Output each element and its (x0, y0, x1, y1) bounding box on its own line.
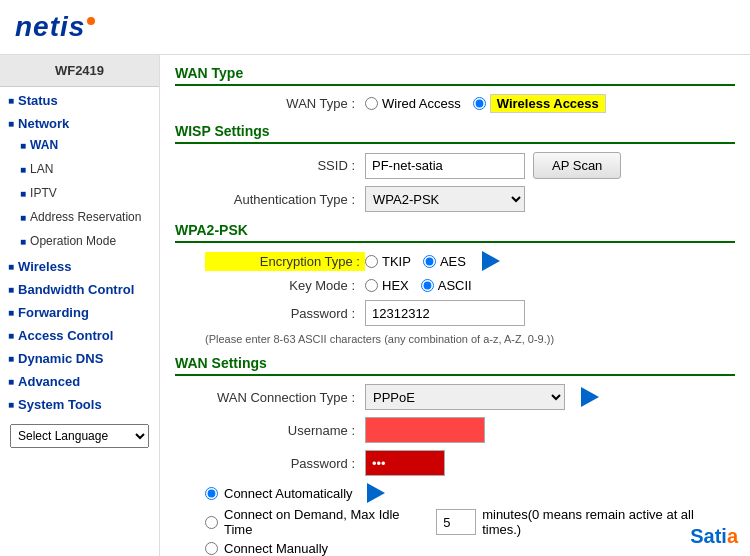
device-label: WF2419 (0, 55, 159, 87)
ascii-label: ASCII (438, 278, 472, 293)
sidebar-item-advanced[interactable]: ■ Advanced (0, 368, 159, 391)
sidebar-item-wan[interactable]: ■ WAN (0, 133, 159, 157)
bullet-icon: ■ (20, 140, 26, 151)
sidebar-label: System Tools (18, 397, 102, 412)
hex-option[interactable]: HEX (365, 278, 409, 293)
main-layout: WF2419 ■ Status ■ Network ■ WAN ■ LAN ■ … (0, 55, 750, 556)
sidebar-item-wireless[interactable]: ■ Wireless (0, 253, 159, 276)
connect-manual-option: Connect Manually (205, 541, 735, 556)
wpa2-pw-row: Password : (175, 300, 735, 326)
conn-type-label: WAN Connection Type : (205, 390, 365, 405)
wired-access-option[interactable]: Wired Access (365, 96, 461, 111)
connect-auto-radio[interactable] (205, 487, 218, 500)
bullet-icon: ■ (8, 399, 14, 410)
watermark-sat: Sati (690, 525, 727, 547)
wireless-access-radio[interactable] (473, 97, 486, 110)
enc-type-radio-group: TKIP AES (365, 254, 466, 269)
sidebar-item-lan[interactable]: ■ LAN (0, 157, 159, 181)
wpa2-pw-value (365, 300, 525, 326)
key-mode-label: Key Mode : (205, 278, 365, 293)
sidebar-label: Bandwidth Control (18, 282, 134, 297)
key-mode-value: HEX ASCII (365, 278, 472, 293)
connect-demand-radio[interactable] (205, 516, 218, 529)
conn-type-row: WAN Connection Type : PPPoE DHCP Static … (175, 384, 735, 410)
auth-type-row: Authentication Type : WPA2-PSK WPA-PSK N… (175, 186, 735, 212)
connect-demand-option: Connect on Demand, Max Idle Time minutes… (205, 507, 735, 537)
wan-pw-label: Password : (205, 456, 365, 471)
tkip-radio[interactable] (365, 255, 378, 268)
idle-time-input[interactable] (436, 509, 476, 535)
sidebar-item-address-reservation[interactable]: ■ Address Reservation (0, 205, 159, 229)
main-content: WAN Type WAN Type : Wired Access Wireles… (160, 55, 750, 556)
wpa2-pw-input[interactable] (365, 300, 525, 326)
logo-dot (87, 17, 95, 25)
aes-option[interactable]: AES (423, 254, 466, 269)
enc-type-label: Encryption Type : (205, 252, 365, 271)
sidebar-item-operation-mode[interactable]: ■ Operation Mode (0, 229, 159, 253)
ssid-label: SSID : (205, 158, 365, 173)
language-select[interactable]: Select Language English Chinese (10, 424, 149, 448)
connect-auto-option: Connect Automatically (205, 483, 735, 503)
logo: netis (15, 11, 95, 43)
wpa2-header: WPA2-PSK (175, 222, 735, 243)
connect-auto-label: Connect Automatically (224, 486, 353, 501)
username-value (365, 417, 485, 443)
ascii-radio[interactable] (421, 279, 434, 292)
sidebar-label: Dynamic DNS (18, 351, 103, 366)
bullet-icon: ■ (8, 330, 14, 341)
sidebar-label: IPTV (30, 186, 57, 200)
auth-type-select[interactable]: WPA2-PSK WPA-PSK None (365, 186, 525, 212)
sidebar-label: Forwarding (18, 305, 89, 320)
wan-pw-value (365, 450, 445, 476)
sidebar-label: Status (18, 93, 58, 108)
wan-type-value: Wired Access Wireless Access (365, 94, 606, 113)
sidebar-label: Advanced (18, 374, 80, 389)
ssid-input[interactable] (365, 153, 525, 179)
tkip-option[interactable]: TKIP (365, 254, 411, 269)
hex-radio[interactable] (365, 279, 378, 292)
wisp-header: WISP Settings (175, 123, 735, 144)
sidebar-label: Network (18, 116, 69, 131)
arrow-auto-icon (367, 483, 385, 503)
hex-label: HEX (382, 278, 409, 293)
sidebar-label: Access Control (18, 328, 113, 343)
ap-scan-button[interactable]: AP Scan (533, 152, 621, 179)
wired-access-radio[interactable] (365, 97, 378, 110)
watermark: Satia (690, 525, 738, 548)
username-input[interactable] (365, 417, 485, 443)
connect-manual-radio[interactable] (205, 542, 218, 555)
bullet-icon: ■ (20, 164, 26, 175)
sidebar-item-status[interactable]: ■ Status (0, 87, 159, 110)
aes-radio[interactable] (423, 255, 436, 268)
bullet-icon: ■ (8, 284, 14, 295)
sidebar-item-system-tools[interactable]: ■ System Tools (0, 391, 159, 414)
aes-label: AES (440, 254, 466, 269)
wan-type-row: WAN Type : Wired Access Wireless Access (175, 94, 735, 113)
wan-pw-input[interactable] (365, 450, 445, 476)
conn-type-select[interactable]: PPPoE DHCP Static IP (365, 384, 565, 410)
sidebar-item-dynamic-dns[interactable]: ■ Dynamic DNS (0, 345, 159, 368)
bullet-icon: ■ (8, 118, 14, 129)
logo-text: netis (15, 11, 85, 43)
sidebar-item-network[interactable]: ■ Network (0, 110, 159, 133)
username-row: Username : (175, 417, 735, 443)
wan-pw-row: Password : (175, 450, 735, 476)
sidebar-item-bandwidth-control[interactable]: ■ Bandwidth Control (0, 276, 159, 299)
sidebar-label: Wireless (18, 259, 71, 274)
auth-type-label: Authentication Type : (205, 192, 365, 207)
wireless-access-option[interactable]: Wireless Access (473, 94, 606, 113)
header: netis (0, 0, 750, 55)
bullet-icon: ■ (8, 376, 14, 387)
wan-settings-header: WAN Settings (175, 355, 735, 376)
ascii-option[interactable]: ASCII (421, 278, 472, 293)
sidebar-item-forwarding[interactable]: ■ Forwarding (0, 299, 159, 322)
wan-type-radio-group: Wired Access Wireless Access (365, 94, 606, 113)
username-label: Username : (205, 423, 365, 438)
sidebar-item-iptv[interactable]: ■ IPTV (0, 181, 159, 205)
arrow-enc-icon (482, 251, 500, 271)
sidebar-item-access-control[interactable]: ■ Access Control (0, 322, 159, 345)
bullet-icon: ■ (8, 353, 14, 364)
bullet-icon: ■ (8, 95, 14, 106)
sidebar-label: LAN (30, 162, 53, 176)
key-mode-row: Key Mode : HEX ASCII (175, 278, 735, 293)
